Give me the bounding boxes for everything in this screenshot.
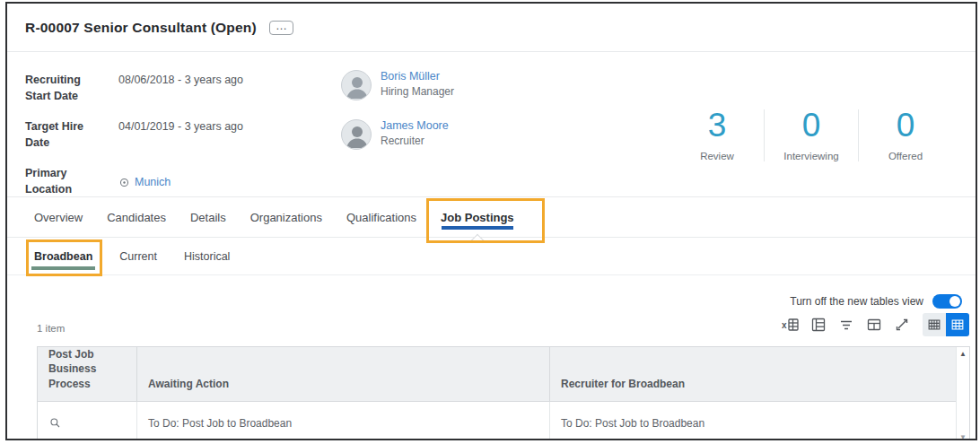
table-scrollbar[interactable]: ▲ ▼ <box>956 347 969 440</box>
candidate-pipeline-stats: 3 Review 0 Interviewing 0 Offered <box>676 70 947 196</box>
stat-count: 3 <box>676 109 758 144</box>
grid-view-icon[interactable] <box>809 315 828 335</box>
export-to-excel-icon[interactable]: x <box>781 315 801 335</box>
tab-content: Turn off the new tables view 1 item x <box>7 275 976 440</box>
stat-divider <box>764 109 765 161</box>
scroll-down-icon[interactable]: ▼ <box>959 434 967 440</box>
location-icon <box>118 177 130 188</box>
stat-label: Review <box>676 151 758 161</box>
stat-label: Offered <box>864 151 947 161</box>
person-role: Hiring Manager <box>381 85 454 98</box>
tables-view-toggle-row: Turn off the new tables view <box>7 275 976 309</box>
subtab-label: Broadbean <box>34 250 92 263</box>
stat-offered[interactable]: 0 Offered <box>864 109 947 162</box>
subtab-current[interactable]: Current <box>119 238 157 274</box>
field-value: 04/01/2019 - 3 years ago <box>118 119 243 151</box>
toolbar-icons: x <box>781 313 969 336</box>
main-tab-bar: Overview Candidates Details Organization… <box>7 196 976 238</box>
field-recruiting-start-date: Recruiting Start Date 08/06/2018 - 3 yea… <box>25 73 341 104</box>
field-target-hire-date: Target Hire Date 04/01/2019 - 3 years ag… <box>25 119 341 151</box>
column-header-post-job-business-process[interactable]: Post Job Business Process <box>38 347 137 402</box>
field-label: Target Hire Date <box>25 119 104 151</box>
column-options-icon[interactable] <box>864 315 884 335</box>
summary-section: Recruiting Start Date 08/06/2018 - 3 yea… <box>7 52 976 196</box>
title-bar: R-00007 Senior Consultant (Open) … <box>7 4 976 52</box>
subtab-historical[interactable]: Historical <box>184 238 230 274</box>
scroll-up-icon[interactable]: ▲ <box>959 351 967 358</box>
person-role: Recruiter <box>381 135 449 147</box>
stat-count: 0 <box>864 109 947 144</box>
compact-grid-icon[interactable] <box>923 313 946 336</box>
comfortable-grid-icon[interactable] <box>946 313 969 336</box>
tab-job-postings[interactable]: Job Postings <box>441 197 514 237</box>
table-toolbar: 1 item x <box>7 309 976 341</box>
svg-text:x: x <box>782 320 787 330</box>
person-text: Boris Müller Hiring Manager <box>381 70 454 98</box>
app-frame: R-00007 Senior Consultant (Open) … Recru… <box>5 2 977 440</box>
filter-icon[interactable] <box>836 315 856 335</box>
tab-candidates[interactable]: Candidates <box>107 197 166 237</box>
table-cell-process <box>38 402 137 440</box>
stat-interviewing[interactable]: 0 Interviewing <box>770 109 853 162</box>
tab-organizations[interactable]: Organizations <box>250 197 322 237</box>
location-link[interactable]: Munich <box>135 176 171 188</box>
avatar[interactable] <box>341 70 372 100</box>
page-title: R-00007 Senior Consultant (Open) <box>25 20 257 36</box>
new-tables-view-toggle[interactable] <box>932 294 962 309</box>
magnifier-icon[interactable] <box>48 416 62 430</box>
table-cell-recruiter: To Do: Post Job to Broadbean <box>550 402 956 440</box>
tab-qualifications[interactable]: Qualifications <box>346 197 416 237</box>
tab-label: Job Postings <box>441 211 514 224</box>
field-label: Recruiting Start Date <box>25 73 104 104</box>
toggle-knob <box>949 296 960 307</box>
subtab-broadbean[interactable]: Broadbean <box>34 238 92 274</box>
stat-review[interactable]: 3 Review <box>676 109 758 162</box>
tab-details[interactable]: Details <box>190 197 226 237</box>
field-value: 08/06/2018 - 3 years ago <box>118 73 243 104</box>
stat-divider <box>858 109 859 161</box>
table-grid: Post Job Business Process Awaiting Actio… <box>38 347 956 440</box>
stat-count: 0 <box>770 109 853 144</box>
density-segmented-control <box>923 313 969 336</box>
field-primary-location: Primary Location Munich <box>25 166 341 197</box>
expand-icon[interactable] <box>892 315 912 335</box>
avatar[interactable] <box>341 119 372 150</box>
table-cell-awaiting-action: To Do: Post Job to Broadbean <box>137 402 550 440</box>
field-value: Munich <box>118 166 171 197</box>
toggle-label: Turn off the new tables view <box>790 295 923 308</box>
person-text: James Moore Recruiter <box>381 119 449 147</box>
item-count: 1 item <box>37 323 65 336</box>
person-hiring-manager: Boris Müller Hiring Manager <box>341 70 574 100</box>
more-actions-button[interactable]: … <box>269 21 293 35</box>
people-list: Boris Müller Hiring Manager James Moore … <box>341 70 574 196</box>
field-label: Primary Location <box>25 166 104 197</box>
person-recruiter: James Moore Recruiter <box>341 119 574 150</box>
person-name-link[interactable]: James Moore <box>381 119 449 132</box>
tab-overview[interactable]: Overview <box>34 197 83 237</box>
column-header-awaiting-action[interactable]: Awaiting Action <box>137 347 550 402</box>
job-postings-table: Post Job Business Process Awaiting Actio… <box>37 346 970 440</box>
field-list: Recruiting Start Date 08/06/2018 - 3 yea… <box>25 70 341 196</box>
column-header-recruiter-for-broadbean[interactable]: Recruiter for Broadbean <box>550 347 956 402</box>
stat-label: Interviewing <box>770 151 853 161</box>
person-name-link[interactable]: Boris Müller <box>381 70 454 83</box>
sub-tab-bar: Broadbean Current Historical <box>7 238 976 275</box>
